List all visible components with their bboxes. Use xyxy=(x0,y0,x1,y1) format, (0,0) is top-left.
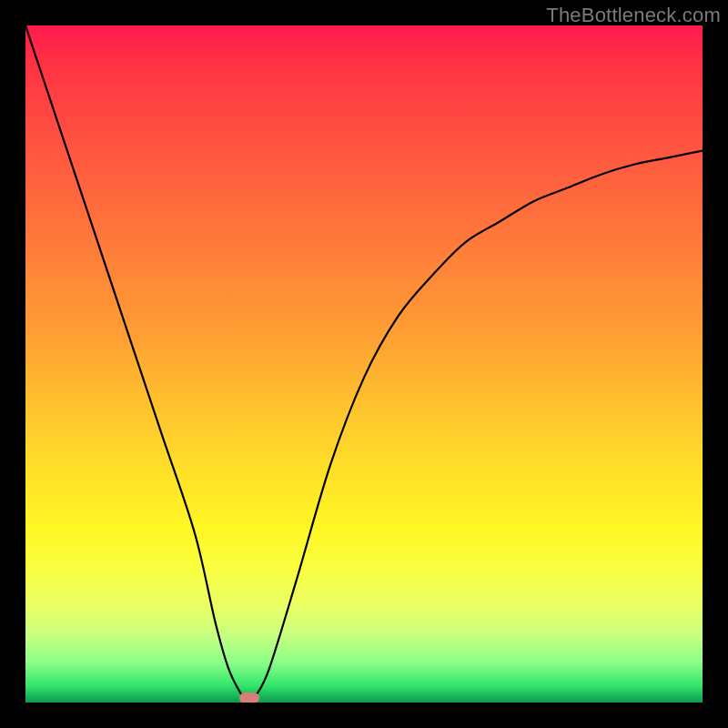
watermark-text: TheBottleneck.com xyxy=(546,4,721,27)
outer-frame: TheBottleneck.com xyxy=(0,0,728,728)
chart-plot-area xyxy=(25,25,703,703)
optimal-point-marker xyxy=(239,693,259,703)
bottleneck-curve xyxy=(25,25,703,703)
